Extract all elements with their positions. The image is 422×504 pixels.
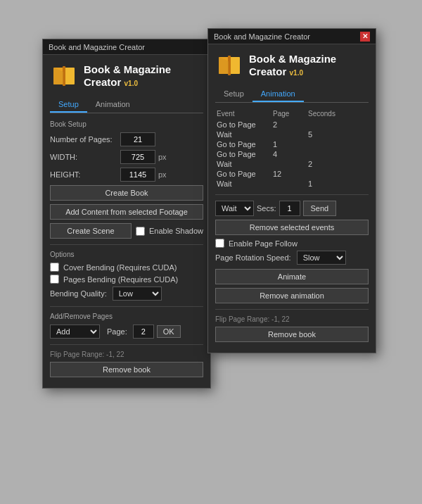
tabs-2: Setup Animation [215, 87, 369, 103]
anim-table-header: Event Page Seconds [215, 110, 369, 118]
bending-quality-row: Bending Quality: Low Medium High [50, 286, 203, 301]
enable-follow-row: Enable Page Follow [215, 239, 369, 248]
window-1: Book and Magazine Creator Book & Magazin… [42, 39, 211, 389]
window-2-body: Book & Magazine Creator v1.0 Setup Anima… [208, 44, 376, 353]
pages-bending-label: Pages Bending (Requires CUDA) [63, 275, 178, 284]
height-row: HEIGHT: px [50, 168, 203, 182]
window-1-title: Book and Magazine Creator [49, 43, 145, 51]
tab-setup-1[interactable]: Setup [50, 97, 87, 113]
divider-3 [50, 344, 203, 345]
send-button[interactable]: Send [303, 201, 337, 216]
tab-animation-2[interactable]: Animation [252, 87, 304, 102]
titlebar-1: Book and Magazine Creator [43, 39, 210, 55]
app-header-1: Book & Magazine Creator v1.0 [50, 62, 203, 90]
col-header-seconds: Seconds [308, 110, 343, 118]
svg-rect-5 [230, 57, 240, 74]
app-name-line2-1: Creator [84, 76, 121, 88]
action-select[interactable]: Wait Go to Page [215, 201, 254, 216]
app-title-2: Book & Magazine Creator v1.0 [249, 53, 336, 78]
flip-range-2: Flip Page Range: -1, 22 [215, 315, 369, 323]
remove-book-button-2[interactable]: Remove book [215, 327, 369, 342]
col-header-event: Event [217, 110, 273, 118]
secs-label: Secs: [257, 204, 276, 213]
add-remove-select[interactable]: Add Remove [50, 325, 100, 339]
col-header-page: Page [273, 110, 308, 118]
height-label: HEIGHT: [50, 170, 120, 179]
anim-row-2: Go to Page 1 [215, 139, 369, 149]
pages-bending-row: Pages Bending (Requires CUDA) [50, 275, 203, 284]
app-name-line1-1: Book & Magazine [84, 63, 171, 75]
enable-shadow-label: Enable Shadow [149, 227, 203, 235]
pages-bending-checkbox[interactable] [50, 275, 59, 284]
bending-quality-label: Bending Quality: [50, 289, 107, 298]
enable-shadow-row: Enable Shadow [136, 227, 203, 236]
tab-animation-1[interactable]: Animation [87, 97, 139, 113]
remove-book-button-1[interactable]: Remove book [50, 362, 203, 377]
divider-anim-2 [215, 309, 369, 310]
titlebar-2: Book and Magazine Creator ✕ [208, 29, 376, 44]
cover-bending-label: Cover Bending (Requires CUDA) [63, 263, 177, 272]
divider-anim-1 [215, 194, 369, 195]
width-unit: px [158, 153, 167, 161]
add-page-row: Add Remove Page: OK [50, 325, 203, 339]
enable-follow-label: Enable Page Follow [229, 239, 298, 248]
cover-bending-checkbox[interactable] [50, 263, 59, 272]
num-pages-input[interactable] [120, 132, 155, 146]
book-icon-2 [215, 51, 243, 80]
enable-follow-checkbox[interactable] [215, 239, 224, 248]
app-name-line2-2: Creator [249, 65, 286, 77]
create-scene-row: Create Scene Enable Shadow [50, 223, 203, 239]
close-button[interactable]: ✕ [360, 32, 370, 42]
app-version-1: v1.0 [124, 80, 138, 87]
send-row: Wait Go to Page Secs: Send [215, 201, 369, 216]
book-icon-1 [50, 62, 78, 90]
window-2-title: Book and Magazine Creator [214, 32, 310, 41]
anim-row-3: Go to Page 4 [215, 149, 369, 159]
height-input[interactable] [120, 168, 155, 182]
page-label: Page: [107, 327, 127, 336]
num-pages-row: Number of Pages: [50, 132, 203, 146]
flip-range-1: Flip Page Range: -1, 22 [50, 351, 203, 358]
cover-bending-row: Cover Bending (Requires CUDA) [50, 263, 203, 272]
bending-quality-select[interactable]: Low Medium High [113, 286, 162, 301]
rotation-speed-row: Page Rotation Speed: Slow Medium Fast [215, 251, 369, 265]
app-version-2: v1.0 [290, 69, 303, 77]
add-content-button[interactable]: Add Content from selected Footage [50, 204, 203, 220]
section-options: Options [50, 251, 203, 258]
window-2: Book and Magazine Creator ✕ Book & Magaz… [207, 28, 376, 353]
svg-rect-1 [65, 68, 75, 84]
anim-row-6: Wait 1 [215, 179, 369, 189]
anim-row-5: Go to Page 12 [215, 169, 369, 179]
secs-input[interactable] [279, 201, 300, 216]
width-input[interactable] [120, 150, 155, 164]
remove-animation-button[interactable]: Remove animation [215, 288, 369, 303]
app-title-1: Book & Magazine Creator v1.0 [84, 63, 171, 89]
app-header-2: Book & Magazine Creator v1.0 [215, 51, 369, 80]
rotation-speed-select[interactable]: Slow Medium Fast [297, 251, 346, 265]
section-book-setup: Book Setup [50, 120, 203, 128]
divider-1 [50, 244, 203, 245]
anim-row-0: Go to Page 2 [215, 120, 369, 130]
page-number-input[interactable] [133, 325, 154, 339]
create-scene-button[interactable]: Create Scene [50, 223, 132, 239]
window-1-body: Book & Magazine Creator v1.0 Setup Anima… [43, 55, 210, 388]
animate-button[interactable]: Animate [215, 269, 369, 284]
divider-2 [50, 306, 203, 307]
enable-shadow-checkbox[interactable] [136, 227, 145, 236]
width-label: WIDTH: [50, 153, 120, 161]
anim-row-4: Wait 2 [215, 159, 369, 169]
num-pages-label: Number of Pages: [50, 135, 120, 144]
rotation-speed-label: Page Rotation Speed: [215, 253, 291, 262]
section-add-remove: Add/Remove Pages [50, 313, 203, 320]
remove-events-button[interactable]: Remove selected events [215, 220, 369, 235]
ok-button[interactable]: OK [157, 325, 181, 338]
width-row: WIDTH: px [50, 150, 203, 164]
anim-row-1: Wait 5 [215, 130, 369, 139]
create-book-button[interactable]: Create Book [50, 185, 203, 201]
tabs-1: Setup Animation [50, 97, 203, 113]
app-name-line1-2: Book & Magazine [249, 53, 336, 65]
tab-setup-2[interactable]: Setup [215, 87, 252, 102]
height-unit: px [158, 170, 167, 179]
